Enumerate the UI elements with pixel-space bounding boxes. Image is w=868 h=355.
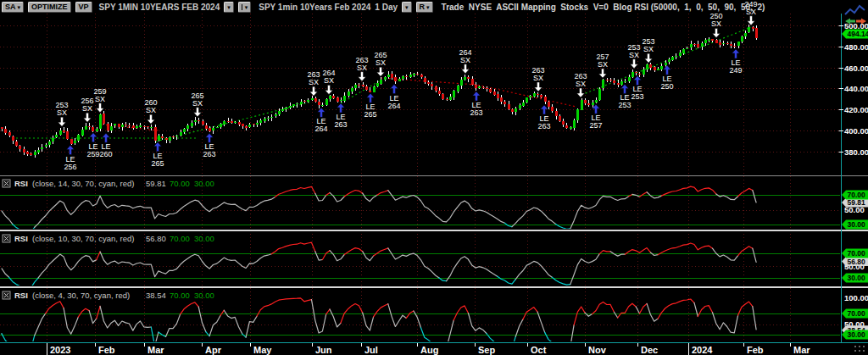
svg-text:SX: SX	[533, 74, 543, 82]
sell-exit-arrow-icon	[645, 53, 653, 63]
svg-text:460.00: 460.00	[844, 64, 868, 73]
price-axis[interactable]: 500.00480.00460.00440.00420.00400.00380.…	[839, 21, 868, 157]
svg-text:30.00: 30.00	[848, 220, 866, 229]
sa-button[interactable]: SA▾	[2, 2, 24, 13]
svg-text:59.81: 59.81	[848, 198, 866, 207]
svg-text:38.54: 38.54	[146, 291, 166, 300]
svg-text:(close, 4, 30, 70, cyan,: (close, 4, 30, 70, cyan, red)	[32, 291, 130, 300]
svg-text:70.00: 70.00	[848, 191, 866, 199]
optimize-button[interactable]: OPTIMIZE	[28, 2, 71, 13]
svg-text:257: 257	[596, 53, 609, 61]
svg-text:SX: SX	[309, 78, 319, 86]
svg-text:263: 263	[307, 70, 320, 79]
sell-exit-arrow-icon	[97, 103, 104, 113]
long-entry-arrow-icon	[367, 93, 375, 103]
svg-text:Feb: Feb	[747, 345, 764, 355]
svg-text:SX: SX	[460, 56, 470, 64]
svg-text:400.00: 400.00	[844, 126, 868, 136]
svg-text:56.80: 56.80	[848, 258, 866, 266]
svg-text:Jul: Jul	[364, 345, 378, 355]
svg-text:253: 253	[627, 43, 640, 52]
long-entry-arrow-icon	[154, 142, 162, 152]
sell-exit-arrow-icon	[631, 59, 638, 69]
svg-text:265: 265	[191, 92, 203, 100]
sell-exit-arrow-icon	[713, 28, 721, 37]
sell-exit-arrow-icon	[147, 114, 155, 124]
sell-exit-arrow-icon	[84, 113, 92, 122]
caret-down-icon: ▾	[227, 4, 231, 10]
vp-button[interactable]: VP	[75, 2, 92, 13]
svg-text:253: 253	[642, 37, 654, 46]
svg-text:260: 260	[99, 150, 112, 158]
sell-exit-arrow-icon	[58, 117, 66, 126]
svg-text:265: 265	[374, 51, 387, 59]
svg-text:SX: SX	[82, 104, 92, 113]
svg-text:RSI: RSI	[14, 179, 28, 188]
svg-text:(close, 10, 30, 70, cyan,: (close, 10, 30, 70, cyan, red)	[32, 234, 134, 243]
svg-text:SX: SX	[376, 58, 386, 67]
svg-text:30.00: 30.00	[194, 234, 214, 243]
svg-text:59.81: 59.81	[146, 179, 166, 188]
resize-grip[interactable]	[854, 346, 865, 352]
sell-exit-arrow-icon	[194, 108, 202, 117]
caret-down-icon: ▾	[405, 4, 409, 10]
r-dropdown-button[interactable]: R▾	[416, 2, 433, 13]
indicator-axis[interactable]: 100.0050.0038.5470.0030.00	[842, 293, 868, 340]
long-entry-arrow-icon	[206, 133, 214, 142]
timeframe-label: 1 Day	[375, 3, 398, 12]
svg-text:265: 265	[364, 110, 376, 119]
svg-text:May: May	[253, 345, 272, 355]
svg-text:259: 259	[93, 87, 106, 96]
svg-text:SX: SX	[629, 51, 639, 59]
indicator-label-row: RSI(close, 4, 30, 70, cyan, red)38.5470.…	[3, 291, 214, 300]
svg-text:253: 253	[618, 101, 631, 109]
indicator-checkbox[interactable]	[3, 235, 10, 242]
svg-text:Sep: Sep	[478, 345, 495, 355]
rsi-level-lines	[0, 196, 840, 336]
sell-exit-arrow-icon	[310, 86, 318, 96]
svg-text:Oct: Oct	[531, 345, 547, 355]
svg-text:SX: SX	[324, 76, 334, 85]
svg-text:30.00: 30.00	[194, 291, 214, 300]
svg-text:264: 264	[459, 48, 471, 57]
indicator-axis[interactable]: 50.0056.8070.0030.00	[842, 249, 868, 283]
symbol-dropdown-button[interactable]: ▾	[224, 2, 234, 13]
indicator-label-row: RSI(close, 10, 30, 70, cyan, red)56.8070…	[3, 234, 214, 243]
svg-text:263: 263	[470, 108, 482, 117]
svg-text:263: 263	[355, 56, 368, 64]
svg-text:SX: SX	[192, 99, 203, 108]
indicator-axis[interactable]: 50.0059.8170.0030.00	[842, 191, 868, 230]
format-dropdown-button[interactable]: ▾	[238, 2, 252, 13]
sell-exit-arrow-icon	[535, 82, 542, 92]
svg-text:264: 264	[322, 69, 335, 77]
svg-text:SX: SX	[576, 80, 586, 88]
svg-text:RSI: RSI	[14, 234, 28, 243]
svg-text:250: 250	[660, 82, 673, 91]
svg-text:70.00: 70.00	[170, 291, 190, 300]
svg-text:263: 263	[574, 72, 587, 80]
svg-text:SX: SX	[598, 60, 608, 69]
svg-text:100.00: 100.00	[844, 293, 868, 302]
indicator-label-row: RSI(close, 14, 30, 70, cyan, red)59.8170…	[3, 179, 214, 188]
rsi-line	[2, 242, 756, 288]
indicator-checkbox[interactable]	[3, 180, 10, 187]
svg-text:263: 263	[334, 120, 347, 129]
panel-separators	[0, 176, 868, 288]
caret-down-icon: ▾	[18, 4, 21, 10]
sell-exit-arrow-icon	[326, 85, 333, 94]
trading-platform-window: SA▾ OPTIMIZE VP SPY 1MIN 10YEARS FEB 202…	[0, 0, 868, 355]
svg-text:250: 250	[709, 12, 722, 20]
svg-text:256: 256	[64, 163, 76, 171]
long-entry-arrow-icon	[664, 65, 671, 75]
indicator-checkbox[interactable]	[3, 291, 10, 299]
interval-dropdown-button[interactable]: ▾	[402, 2, 412, 13]
chart-canvas[interactable]: SX253LE256SX256LE259SX259LE260SX260LE265…	[0, 0, 868, 355]
caret-down-icon: ▾	[426, 4, 430, 10]
svg-text:SX: SX	[357, 64, 367, 72]
time-axis[interactable]: 2023FebMarAprMayJunJulAugSepOctNovDec202…	[47, 343, 811, 355]
svg-text:Apr: Apr	[205, 345, 222, 355]
caret-down-icon: ▾	[245, 4, 248, 10]
long-entry-arrow-icon	[473, 92, 481, 101]
svg-text:SX: SX	[643, 45, 654, 53]
svg-text:2024: 2024	[692, 345, 713, 355]
